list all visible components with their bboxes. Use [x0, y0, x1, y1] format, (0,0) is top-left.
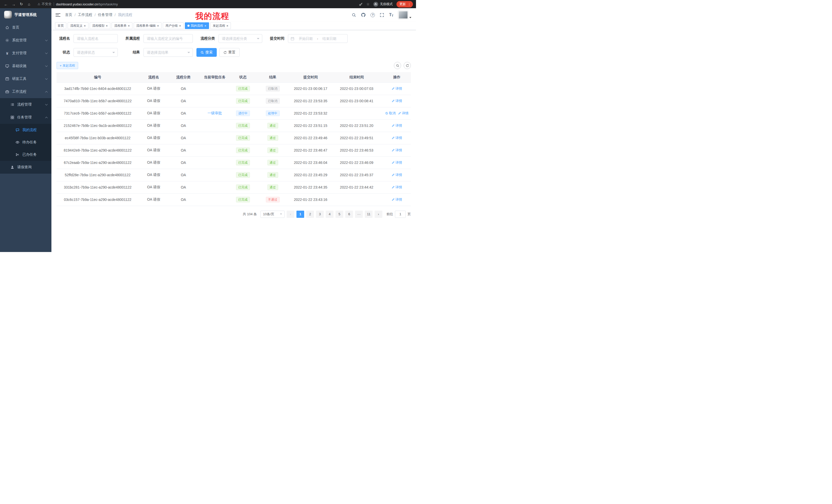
filter-row-1: 流程名 所属流程 流程分类 提交时间 - — [57, 34, 411, 43]
tab-process-form[interactable]: 流程表单× — [111, 22, 132, 29]
browser-reload-icon[interactable]: ↻ — [18, 1, 25, 7]
sidebar-item-done-tasks[interactable]: 已办任务 — [0, 148, 51, 161]
detail-button[interactable]: 详情 — [392, 197, 402, 202]
category-select-input[interactable] — [218, 34, 262, 43]
detail-button[interactable]: 详情 — [392, 136, 402, 140]
date-range-picker[interactable]: - — [288, 34, 347, 43]
current-task-link[interactable]: 一级审批 — [207, 111, 222, 115]
app-logo[interactable]: 芋道管理系统 — [0, 8, 51, 21]
search-icon[interactable] — [352, 13, 356, 17]
github-icon[interactable] — [361, 12, 366, 17]
bookmark-star-icon[interactable]: ☆ — [366, 2, 370, 6]
sidebar-item-devtools[interactable]: 研发工具 — [0, 73, 51, 85]
detail-button[interactable]: 详情 — [392, 160, 402, 165]
page-button-4[interactable]: 4 — [326, 211, 334, 218]
edit-icon — [392, 186, 395, 189]
page-button-1[interactable]: 1 — [296, 211, 304, 218]
sidebar-item-process-management[interactable]: 流程管理 — [0, 98, 51, 111]
detail-button[interactable]: 详情 — [392, 86, 402, 91]
page-button-2[interactable]: 2 — [306, 211, 314, 218]
detail-button[interactable]: 详情 — [392, 148, 402, 152]
toggle-search-button[interactable] — [394, 62, 401, 69]
sidebar-item-payment[interactable]: ¥ 支付管理 — [0, 47, 51, 60]
tab-my-process-active[interactable]: 我的流程× — [185, 22, 209, 29]
tab-process-model[interactable]: 流程模型× — [90, 22, 110, 29]
page-jumper: 前往 页 — [386, 211, 411, 218]
page-button-5[interactable]: 5 — [336, 211, 343, 218]
incognito-badge: 无痕模式 — [373, 2, 393, 7]
create-process-button[interactable]: + 发起流程 — [57, 62, 78, 69]
close-icon[interactable]: × — [204, 24, 206, 27]
prev-page-button[interactable]: ‹ — [287, 211, 294, 218]
end-date-input[interactable] — [319, 37, 339, 40]
result-select-input[interactable] — [144, 48, 193, 57]
font-size-icon[interactable]: TT — [389, 12, 393, 17]
close-icon[interactable]: × — [106, 24, 108, 27]
tab-initiate-process[interactable]: 发起流程× — [210, 22, 231, 29]
main-area: 我的流程 首页 / 工作流程 / 任务管理 / 我的流程 ? — [51, 8, 416, 252]
browser-menu-icon[interactable]: ⋮ — [408, 2, 411, 6]
update-button[interactable]: 更新 ⋮ — [396, 1, 413, 7]
breadcrumb-separator: / — [75, 13, 76, 17]
detail-button[interactable]: 详情 — [398, 111, 409, 116]
sidebar-item-task-management[interactable]: 任务管理 — [0, 111, 51, 124]
total-count: 共 104 条 — [243, 212, 257, 217]
next-page-button[interactable]: › — [374, 211, 382, 218]
home-icon — [5, 25, 9, 30]
breadcrumb-item[interactable]: 工作流程 — [78, 12, 92, 17]
close-icon[interactable]: × — [227, 24, 229, 27]
cancel-button[interactable]: 取消 — [385, 111, 396, 116]
browser-forward-icon[interactable]: → — [10, 1, 17, 7]
close-icon[interactable]: × — [84, 24, 86, 27]
detail-button[interactable]: 详情 — [392, 99, 402, 103]
tab-user-group[interactable]: 用户分组× — [163, 22, 184, 29]
goto-page-input[interactable] — [395, 211, 406, 218]
chevron-up-icon — [45, 91, 48, 93]
help-icon[interactable]: ? — [370, 13, 375, 17]
browser-back-icon[interactable]: ← — [3, 1, 9, 7]
sidebar-toggle-icon[interactable] — [55, 13, 60, 17]
detail-button[interactable]: 详情 — [392, 123, 402, 128]
browser-home-icon[interactable]: ⌂ — [26, 1, 32, 7]
sidebar-item-my-process[interactable]: 我的流程 — [0, 124, 51, 136]
refresh-table-button[interactable] — [404, 62, 411, 69]
status-badge: 已完成 — [236, 185, 250, 190]
tab-process-form-edit[interactable]: 流程表单-编辑× — [134, 22, 162, 29]
parent-process-input[interactable] — [144, 34, 193, 43]
detail-button[interactable]: 详情 — [392, 173, 402, 177]
security-warning[interactable]: ⚠ 不安全 — [37, 2, 52, 6]
sidebar-item-infrastructure[interactable]: 基础设施 — [0, 60, 51, 73]
sidebar-item-system[interactable]: 系统管理 — [0, 34, 51, 47]
detail-button[interactable]: 详情 — [392, 185, 402, 190]
sidebar-item-todo-tasks[interactable]: 待办任务 — [0, 136, 51, 148]
page-size-select[interactable]: 10条/页 — [260, 211, 285, 218]
page-button-11[interactable]: 11 — [365, 211, 372, 218]
address-divider — [54, 2, 54, 6]
breadcrumb-item[interactable]: 首页 — [65, 12, 72, 17]
tab-process-definition[interactable]: 流程定义× — [68, 22, 88, 29]
process-name-label: 流程名 — [57, 36, 74, 41]
start-date-input[interactable] — [296, 37, 315, 40]
close-icon[interactable]: × — [157, 24, 159, 27]
sidebar-item-home[interactable]: 首页 — [0, 21, 51, 34]
sidebar-item-workflow[interactable]: 工作流程 — [0, 85, 51, 98]
sidebar-item-leave-query[interactable]: 请假查询 — [0, 161, 51, 174]
close-icon[interactable]: × — [128, 24, 130, 27]
address-bar[interactable]: ⚠ 不安全 dashboard.yudao.iocoder.cn/bpm/tas… — [33, 2, 358, 6]
table-row: 67c2eaab-7b9a-11ec-a290-acde48001122 OA … — [57, 157, 411, 169]
close-icon[interactable]: × — [179, 24, 181, 27]
key-icon[interactable] — [359, 2, 363, 6]
breadcrumb-separator: / — [115, 13, 116, 17]
search-button[interactable]: 搜索 — [197, 48, 217, 57]
tab-home[interactable]: 首页 — [55, 22, 66, 29]
status-badge: 已完成 — [236, 147, 250, 153]
user-menu[interactable] — [398, 11, 411, 19]
more-pages-button[interactable]: ··· — [355, 211, 363, 218]
fullscreen-icon[interactable] — [380, 13, 384, 17]
page-button-3[interactable]: 3 — [316, 211, 324, 218]
process-name-input[interactable] — [74, 34, 118, 43]
page-button-6[interactable]: 6 — [345, 211, 353, 218]
reset-button[interactable]: 重置 — [219, 48, 240, 57]
status-select-input[interactable] — [74, 48, 118, 57]
breadcrumb-item[interactable]: 任务管理 — [98, 12, 112, 17]
